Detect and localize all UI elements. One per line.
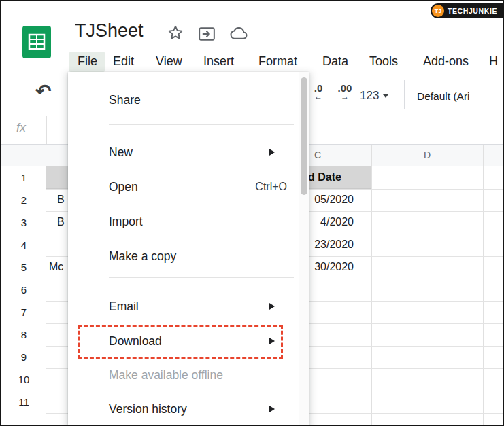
menu-item-make-available-offline[interactable]: Make available offline xyxy=(68,358,298,392)
cell-a2[interactable]: B xyxy=(57,194,65,206)
row-header-11[interactable]: 11 xyxy=(1,391,46,413)
menu-divider xyxy=(109,124,294,125)
menu-item-email[interactable]: Email xyxy=(68,289,298,323)
select-all-corner[interactable] xyxy=(1,145,46,166)
number-format-label: 123 xyxy=(360,89,379,103)
move-to-folder-icon[interactable] xyxy=(198,26,216,45)
menu-scrollbar-thumb[interactable] xyxy=(301,77,307,195)
menu-edit[interactable]: Edit xyxy=(113,54,134,69)
cloud-status-icon[interactable] xyxy=(228,25,250,44)
menu-item-make-a-copy[interactable]: Make a copy xyxy=(68,239,298,273)
chevron-down-icon xyxy=(383,94,388,98)
techjunkie-logo-text: TECHJUNKIE xyxy=(448,7,497,15)
submenu-arrow-icon xyxy=(269,303,275,310)
fx-label: fx xyxy=(16,121,26,135)
submenu-arrow-icon xyxy=(269,149,275,156)
menu-format[interactable]: Format xyxy=(258,54,297,69)
increase-decimal-button[interactable]: .00 → xyxy=(333,83,357,101)
header-cell-text: d Date xyxy=(308,171,341,183)
menu-item-version-history[interactable]: Version history xyxy=(68,392,298,426)
menu-item-new[interactable]: New xyxy=(68,135,298,169)
star-icon[interactable] xyxy=(167,24,184,44)
cell-c5[interactable]: 30/2020 xyxy=(314,261,354,273)
document-title[interactable]: TJSheet xyxy=(75,20,144,41)
techjunkie-logo: TJ TECHJUNKIE xyxy=(431,3,503,18)
formula-bar-divider xyxy=(46,116,47,144)
file-menu-dropdown: Share New Open Ctrl+O Import Make a copy… xyxy=(68,72,309,425)
right-arrow-icon: → xyxy=(341,93,349,101)
cell-c3[interactable]: 4/2020 xyxy=(320,216,354,228)
menu-item-open[interactable]: Open Ctrl+O xyxy=(68,170,298,204)
menu-view[interactable]: View xyxy=(156,54,182,69)
techjunkie-badge-icon: TJ xyxy=(432,5,444,17)
submenu-arrow-icon xyxy=(269,338,275,344)
cell-c4[interactable]: 23/2020 xyxy=(314,238,354,251)
menu-item-import[interactable]: Import xyxy=(68,205,298,238)
menu-insert[interactable]: Insert xyxy=(203,54,234,69)
column-header-d[interactable]: D xyxy=(410,149,444,160)
cell-a3[interactable]: B xyxy=(57,216,65,228)
gridline-col-d-right xyxy=(483,145,484,425)
row-header-8[interactable]: 8 xyxy=(1,323,46,346)
submenu-arrow-icon xyxy=(269,406,275,412)
menu-item-share[interactable]: Share xyxy=(68,83,298,117)
row-header-2[interactable]: 2 xyxy=(1,189,46,211)
menu-addons[interactable]: Add-ons xyxy=(423,54,469,69)
menu-item-download[interactable]: Download xyxy=(68,324,298,358)
row-header-3[interactable]: 3 xyxy=(1,211,46,234)
shortcut-label: Ctrl+O xyxy=(255,181,287,193)
left-arrow-icon: ← xyxy=(314,93,322,101)
sheets-logo-icon[interactable] xyxy=(22,26,51,61)
google-sheets-window: TJ TECHJUNKIE TJSheet File Edit View Ins… xyxy=(0,0,504,426)
row-header-9[interactable]: 9 xyxy=(1,346,46,368)
undo-icon[interactable]: ↶ xyxy=(35,80,51,103)
row-header-6[interactable]: 6 xyxy=(1,279,46,301)
cell-c2[interactable]: 05/2020 xyxy=(314,194,354,206)
decrease-decimal-button[interactable]: .0 ← xyxy=(307,83,329,101)
menu-divider xyxy=(109,277,294,278)
menu-scrollbar[interactable] xyxy=(299,72,309,425)
cell-a5[interactable]: Mc xyxy=(49,261,63,273)
gridline-col-c-right xyxy=(371,145,372,425)
row-header-5[interactable]: 5 xyxy=(1,256,46,279)
menu-data[interactable]: Data xyxy=(322,54,348,69)
row-header-10[interactable]: 10 xyxy=(1,368,46,391)
row-header-4[interactable]: 4 xyxy=(1,234,46,256)
row-header-1[interactable]: 1 xyxy=(1,166,46,189)
menu-help[interactable]: H xyxy=(489,54,498,69)
number-format-button[interactable]: 123 xyxy=(360,89,388,103)
font-selector[interactable]: Default (Ari xyxy=(417,90,470,103)
menu-tools[interactable]: Tools xyxy=(369,54,398,69)
toolbar-divider xyxy=(404,80,405,109)
menu-file[interactable]: File xyxy=(78,54,97,69)
row-header-7[interactable]: 7 xyxy=(1,301,46,323)
